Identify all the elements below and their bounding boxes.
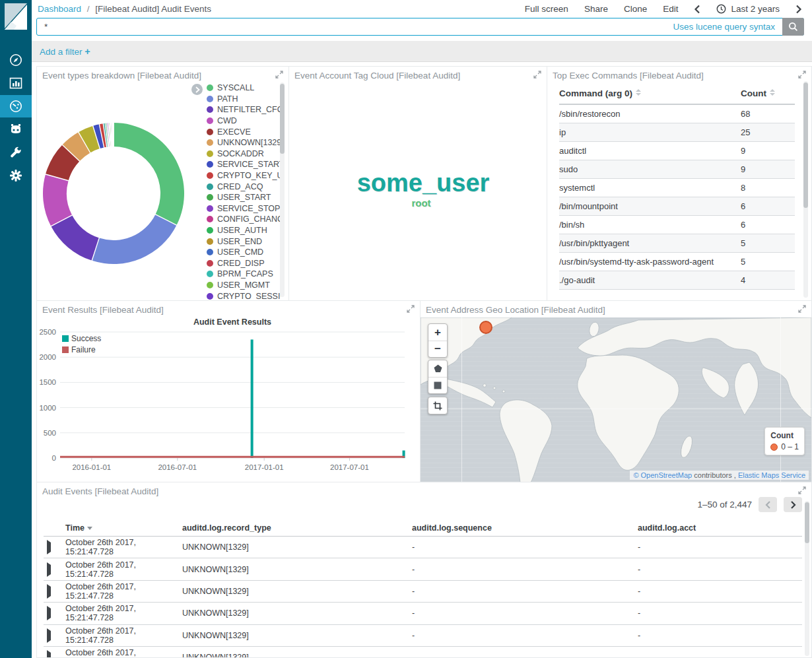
cell-count[interactable]: 25 <box>741 123 795 142</box>
table-scrollbar-thumb[interactable] <box>803 82 808 208</box>
legend-item-UNKNOWN[1329][interactable]: UNKNOWN[1329] <box>207 137 281 148</box>
share-button[interactable]: Share <box>584 4 608 14</box>
donut-slice-PATH[interactable] <box>92 214 176 264</box>
time-picker[interactable]: Last 2 years <box>716 4 780 14</box>
zoom-in-button[interactable]: + <box>428 324 447 341</box>
expand-row-caret[interactable] <box>44 653 65 658</box>
cell-acct[interactable]: - <box>638 609 802 618</box>
next-page-button[interactable] <box>784 497 802 512</box>
cell-count[interactable]: 5 <box>741 234 795 253</box>
success-bar[interactable] <box>251 339 254 458</box>
cell-count[interactable]: 8 <box>741 179 795 197</box>
column-header-acct[interactable]: auditd.log.acct <box>638 523 802 533</box>
attribution-link[interactable]: Elastic Maps Service <box>738 471 805 479</box>
expand-row-caret[interactable] <box>44 587 65 596</box>
cell-time[interactable]: October 26th 2017, 15:21:47.728 <box>65 626 182 645</box>
cell-command[interactable]: ./go-audit <box>559 271 741 290</box>
legend-item-USER_CMD[interactable]: USER_CMD <box>207 247 281 258</box>
column-header-count[interactable]: Count <box>741 84 795 104</box>
cell-acct[interactable]: - <box>638 587 802 596</box>
cell-count[interactable]: 4 <box>741 271 795 290</box>
cell-command[interactable]: auditctl <box>559 142 741 160</box>
edit-button[interactable]: Edit <box>663 4 678 14</box>
cell-count[interactable]: 9 <box>741 160 795 179</box>
cell-sequence[interactable]: - <box>412 609 638 618</box>
cell-record-type[interactable]: UNKNOWN[1329] <box>182 609 412 618</box>
legend-item-CONFIG_CHANGE[interactable]: CONFIG_CHANGE <box>207 214 281 225</box>
sidebar-item-timelion[interactable] <box>0 118 32 141</box>
expand-panel-icon[interactable] <box>798 486 806 494</box>
legend-item-CRYPTO_SESSION[interactable]: CRYPTO_SESSION <box>207 290 281 301</box>
sidebar-item-management[interactable] <box>0 164 32 187</box>
crop-fit-button[interactable] <box>428 397 447 414</box>
expand-panel-icon[interactable] <box>798 71 806 79</box>
cell-count[interactable]: 6 <box>741 216 795 234</box>
cell-command[interactable]: /usr/bin/systemd-tty-ask-password-agent <box>559 253 741 271</box>
cell-acct[interactable]: - <box>638 543 802 552</box>
donut-slice-SYSCALL[interactable] <box>114 123 184 225</box>
legend-item-SERVICE_START[interactable]: SERVICE_START <box>207 159 281 170</box>
sidebar-item-dev-tools[interactable] <box>0 141 32 164</box>
cell-record-type[interactable]: UNKNOWN[1329] <box>182 565 412 574</box>
cell-count[interactable]: 6 <box>741 197 795 216</box>
cell-time[interactable]: October 26th 2017, 15:21:47.728 <box>65 648 182 658</box>
cell-command[interactable]: /usr/bin/pkttyagent <box>559 234 741 253</box>
expand-panel-icon[interactable] <box>798 305 806 313</box>
legend-item-SYSCALL[interactable]: SYSCALL <box>207 82 281 94</box>
cell-count[interactable]: 68 <box>741 104 795 123</box>
legend-item-USER_START[interactable]: USER_START <box>207 192 281 203</box>
breadcrumb-dashboard-link[interactable]: Dashboard <box>38 4 81 14</box>
table-scrollbar-track[interactable] <box>803 81 808 298</box>
expand-row-caret[interactable] <box>44 543 65 552</box>
add-filter-link[interactable]: Add a filter + <box>40 46 90 57</box>
clone-button[interactable]: Clone <box>624 4 647 14</box>
world-map[interactable]: + − Count 0 – 1 © OpenStreetMap contribu… <box>421 317 811 482</box>
series-legend-Failure[interactable]: Failure <box>71 345 96 354</box>
legend-item-EXECVE[interactable]: EXECVE <box>207 126 281 137</box>
cell-sequence[interactable]: - <box>412 565 638 574</box>
sidebar-item-discover[interactable] <box>0 49 32 71</box>
tag-some_user[interactable]: some_user <box>357 169 490 197</box>
legend-item-USER_AUTH[interactable]: USER_AUTH <box>207 225 281 236</box>
cell-acct[interactable]: - <box>638 653 802 658</box>
legend-item-NETFILTER_CFG[interactable]: NETFILTER_CFG <box>207 104 281 115</box>
legend-scrollbar-track[interactable] <box>280 82 285 297</box>
cell-time[interactable]: October 26th 2017, 15:21:47.728 <box>65 582 182 601</box>
cell-sequence[interactable]: - <box>412 653 638 658</box>
cell-acct[interactable]: - <box>638 631 802 640</box>
expand-row-caret[interactable] <box>44 565 65 574</box>
sidebar-item-dashboard[interactable] <box>0 95 32 117</box>
geo-point-marker[interactable] <box>479 321 492 334</box>
legend-scrollbar-thumb[interactable] <box>280 84 285 154</box>
kibana-logo[interactable] <box>0 0 32 33</box>
column-header-time[interactable]: Time <box>65 523 182 533</box>
cell-command[interactable]: /sbin/restorecon <box>559 104 741 123</box>
cell-sequence[interactable]: - <box>412 543 638 552</box>
cell-record-type[interactable]: UNKNOWN[1329] <box>182 543 412 552</box>
column-header-command[interactable]: Command (arg 0) <box>559 84 741 104</box>
expand-row-caret[interactable] <box>44 609 65 618</box>
zoom-out-button[interactable]: − <box>428 341 447 357</box>
draw-polygon-button[interactable] <box>428 360 447 377</box>
attribution-link[interactable]: © OpenStreetMap <box>633 471 692 479</box>
column-header-sequence[interactable]: auditd.log.sequence <box>412 523 638 533</box>
full-screen-button[interactable]: Full screen <box>525 4 568 14</box>
cell-record-type[interactable]: UNKNOWN[1329] <box>182 631 412 640</box>
column-header-record-type[interactable]: auditd.log.record_type <box>182 523 412 533</box>
expand-panel-icon[interactable] <box>275 71 283 79</box>
legend-item-SERVICE_STOP[interactable]: SERVICE_STOP <box>207 203 281 214</box>
cell-sequence[interactable]: - <box>412 631 638 640</box>
legend-item-CWD[interactable]: CWD <box>207 115 281 127</box>
legend-item-CRYPTO_KEY_USER[interactable]: CRYPTO_KEY_USER <box>207 170 281 181</box>
expand-panel-icon[interactable] <box>533 71 541 79</box>
cell-time[interactable]: October 26th 2017, 15:21:47.728 <box>65 538 182 556</box>
cell-command[interactable]: systemctl <box>559 179 741 197</box>
legend-item-CRED_ACQ[interactable]: CRED_ACQ <box>207 181 281 192</box>
tag-root[interactable]: root <box>411 197 430 209</box>
legend-item-BPRM_FCAPS[interactable]: BPRM_FCAPS <box>207 269 281 280</box>
cell-sequence[interactable]: - <box>412 587 638 596</box>
legend-item-USER_MGMT[interactable]: USER_MGMT <box>207 280 281 291</box>
legend-item-SOCKADDR[interactable]: SOCKADDR <box>207 148 281 160</box>
legend-toggle-button[interactable] <box>191 84 203 95</box>
expand-row-caret[interactable] <box>44 631 65 640</box>
